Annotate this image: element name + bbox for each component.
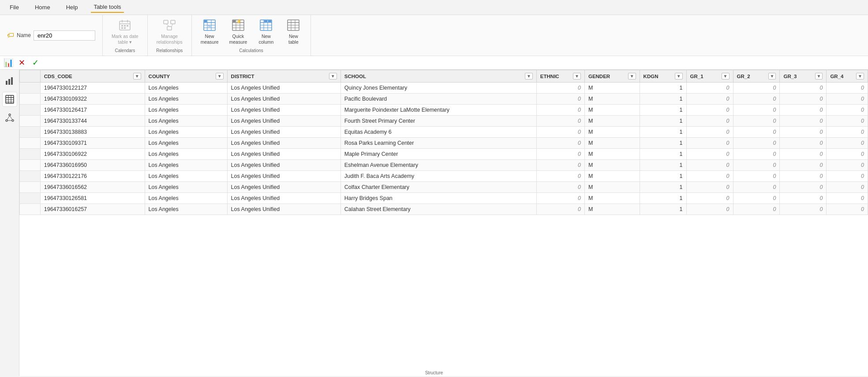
new-measure-button[interactable]: fx Newmeasure	[197, 18, 222, 46]
cell-gr_3: 0	[780, 149, 827, 160]
table-row: 19647330109371Los AngelesLos Angeles Uni…	[20, 138, 868, 149]
cell-gr_2: 0	[733, 127, 780, 138]
ribbon: 🏷 Name Structure	[0, 15, 868, 56]
name-input[interactable]	[34, 30, 95, 41]
menu-table-tools[interactable]: Table tools	[91, 2, 123, 13]
svg-rect-9	[164, 20, 168, 24]
svg-line-56	[7, 116, 10, 120]
svg-rect-10	[171, 20, 175, 24]
cell-ethnic: 0	[536, 193, 584, 204]
mark-date-table-label: Mark as datetable ▾	[112, 34, 138, 45]
cell-kdgn: 1	[640, 193, 686, 204]
sidebar-table-icon[interactable]	[2, 92, 17, 107]
menu-help[interactable]: Help	[64, 2, 81, 12]
cell-ethnic: 0	[536, 204, 584, 215]
new-table-button[interactable]: Newtable	[281, 18, 305, 46]
cell-gr4: 0	[827, 204, 868, 215]
svg-rect-4	[121, 25, 123, 26]
manage-relationships-button[interactable]: Managerelationships	[153, 18, 186, 46]
row-number-cell	[20, 127, 41, 138]
mark-date-table-button[interactable]: Mark as datetable ▾	[108, 18, 142, 46]
filter-gr3[interactable]: ▼	[815, 73, 823, 79]
svg-rect-8	[124, 27, 126, 29]
menu-home[interactable]: Home	[32, 2, 53, 12]
cell-school: Equitas Academy 6	[340, 127, 536, 138]
cell-county: Los Angeles	[145, 149, 227, 160]
filter-district[interactable]: ▼	[329, 73, 337, 79]
cell-gr4: 0	[827, 116, 868, 127]
new-table-label: Newtable	[288, 34, 299, 45]
table-row: 19647330109322Los AngelesLos Angeles Uni…	[20, 94, 868, 105]
table-row: 19647330126417Los AngelesLos Angeles Uni…	[20, 105, 868, 116]
filter-gr1[interactable]: ▼	[722, 73, 730, 79]
cell-gender: M	[584, 116, 640, 127]
cell-gr_3: 0	[780, 171, 827, 182]
cell-gr4: 0	[827, 193, 868, 204]
cell-gender: M	[584, 94, 640, 105]
cell-district: Los Angeles Unified	[227, 83, 340, 94]
cell-gr_3: 0	[780, 193, 827, 204]
cell-school: Eshelman Avenue Elementary	[340, 160, 536, 171]
cell-kdgn: 1	[640, 160, 686, 171]
menu-file[interactable]: File	[7, 2, 22, 12]
svg-rect-28	[233, 20, 236, 22]
cell-gr4: 0	[827, 160, 868, 171]
svg-line-12	[166, 24, 169, 26]
row-number-cell	[20, 160, 41, 171]
filter-county[interactable]: ▼	[216, 73, 224, 79]
relationships-label: Relationships	[156, 46, 183, 53]
cell-gr_1: 0	[686, 160, 733, 171]
cell-gr4: 0	[827, 83, 868, 94]
row-number-cell	[20, 149, 41, 160]
cell-ethnic: 0	[536, 83, 584, 94]
cell-district: Los Angeles Unified	[227, 204, 340, 215]
col-header-kdgn: KDGN ▼	[640, 70, 686, 83]
cell-district: Los Angeles Unified	[227, 127, 340, 138]
new-column-button[interactable]: Newcolumn	[254, 18, 278, 46]
cell-gr_2: 0	[733, 116, 780, 127]
cell-gr_1: 0	[686, 171, 733, 182]
formula-confirm-button[interactable]: ✓	[30, 58, 41, 68]
table-row: 19647336016257Los AngelesLos Angeles Uni…	[20, 204, 868, 215]
cell-ethnic: 0	[536, 160, 584, 171]
filter-cds-code[interactable]: ▼	[133, 73, 141, 79]
cell-school: Calahan Street Elementary	[340, 204, 536, 215]
svg-rect-20	[204, 20, 207, 22]
col-header-school: SCHOOL ▼	[340, 70, 536, 83]
filter-gr4[interactable]: ▼	[856, 73, 864, 79]
table-row: 19647336016562Los AngelesLos Angeles Uni…	[20, 182, 868, 193]
quick-measure-button[interactable]: ⚡ Quickmeasure	[226, 18, 251, 46]
svg-rect-7	[121, 27, 123, 29]
cell-kdgn: 1	[640, 94, 686, 105]
data-table: CDS_CODE ▼ COUNTY ▼ DISTRICT ▼	[19, 70, 868, 215]
svg-rect-11	[167, 26, 172, 30]
cell-gr_2: 0	[733, 160, 780, 171]
tag-icon: 🏷	[7, 31, 14, 39]
svg-text:fx: fx	[208, 24, 211, 28]
formula-cancel-button[interactable]: ✕	[17, 58, 27, 68]
sidebar-model-icon[interactable]	[2, 110, 17, 125]
cell-gr_2: 0	[733, 149, 780, 160]
filter-gender[interactable]: ▼	[628, 73, 636, 79]
sidebar-report-icon[interactable]	[2, 73, 17, 88]
new-measure-label: Newmeasure	[201, 34, 219, 45]
cell-county: Los Angeles	[145, 204, 227, 215]
cell-kdgn: 1	[640, 83, 686, 94]
col-header-gr4: GR_4 ▼	[827, 70, 868, 83]
ribbon-name-group: 🏷 Name Structure	[0, 15, 103, 56]
col-header-county: COUNTY ▼	[145, 70, 227, 83]
cell-cds_code: 19647330122127	[40, 83, 145, 94]
cell-gr_2: 0	[733, 105, 780, 116]
calendars-label: Calendars	[115, 46, 135, 53]
cell-cds_code: 19647330122176	[40, 171, 145, 182]
col-header-district: DISTRICT ▼	[227, 70, 340, 83]
svg-rect-46	[11, 77, 13, 85]
filter-ethnic[interactable]: ▼	[573, 73, 581, 79]
row-number-cell	[20, 116, 41, 127]
cell-gender: M	[584, 182, 640, 193]
filter-kdgn[interactable]: ▼	[675, 73, 683, 79]
svg-rect-45	[8, 79, 10, 85]
row-number-cell	[20, 193, 41, 204]
filter-gr2[interactable]: ▼	[768, 73, 776, 79]
filter-school[interactable]: ▼	[525, 73, 533, 79]
